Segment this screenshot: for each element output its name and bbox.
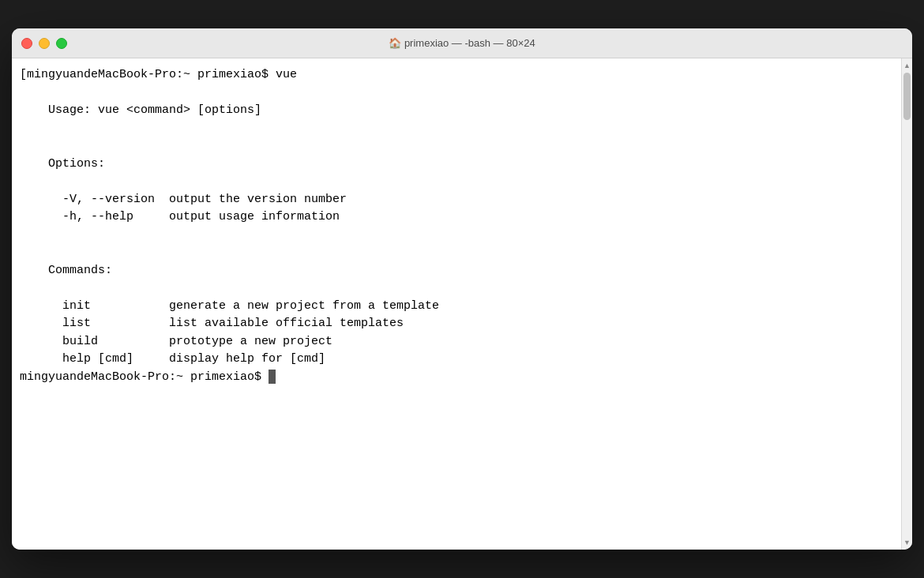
terminal-line: [mingyuandeMacBook-Pro:~ primexiao$ vue (12, 66, 901, 84)
terminal-line (12, 120, 901, 138)
terminal-line (12, 137, 901, 156)
maximize-button[interactable] (56, 38, 67, 49)
terminal-body[interactable]: [mingyuandeMacBook-Pro:~ primexiao$ vue … (12, 58, 901, 550)
terminal-line: help [cmd] display help for [cmd] (12, 351, 901, 369)
terminal-cursor (269, 370, 276, 384)
minimize-button[interactable] (39, 38, 50, 49)
terminal-line: Options: (12, 156, 901, 174)
terminal-line: -h, --help output usage information (12, 208, 901, 227)
title-bar: 🏠 primexiao — -bash — 80×24 (12, 28, 912, 58)
terminal-prompt-line[interactable]: mingyuandeMacBook-Pro:~ primexiao$ (12, 369, 901, 387)
window-title: 🏠 primexiao — -bash — 80×24 (389, 37, 535, 49)
scrollbar-area: [mingyuandeMacBook-Pro:~ primexiao$ vue … (12, 58, 912, 550)
scrollbar-down-arrow[interactable]: ▼ (903, 537, 912, 548)
terminal-line: Usage: vue <command> [options] (12, 102, 901, 120)
terminal-line: build prototype a new project (12, 333, 901, 351)
terminal-line: init generate a new project from a templ… (12, 298, 901, 316)
terminal-window: 🏠 primexiao — -bash — 80×24 [mingyuandeM… (12, 28, 912, 550)
scrollbar-up-arrow[interactable]: ▲ (903, 60, 912, 71)
close-button[interactable] (21, 38, 32, 49)
scrollbar-thumb[interactable] (903, 73, 911, 120)
terminal-line: list list available official templates (12, 315, 901, 333)
terminal-line: Commands: (12, 262, 901, 280)
terminal-line (12, 227, 901, 245)
terminal-line (12, 84, 901, 103)
terminal-line (12, 173, 901, 191)
traffic-lights (21, 38, 67, 49)
scrollbar-thumb-area (902, 71, 912, 537)
terminal-line (12, 244, 901, 262)
terminal-line (12, 280, 901, 298)
terminal-line: -V, --version output the version number (12, 191, 901, 209)
scrollbar-track: ▲ ▼ (901, 58, 912, 550)
